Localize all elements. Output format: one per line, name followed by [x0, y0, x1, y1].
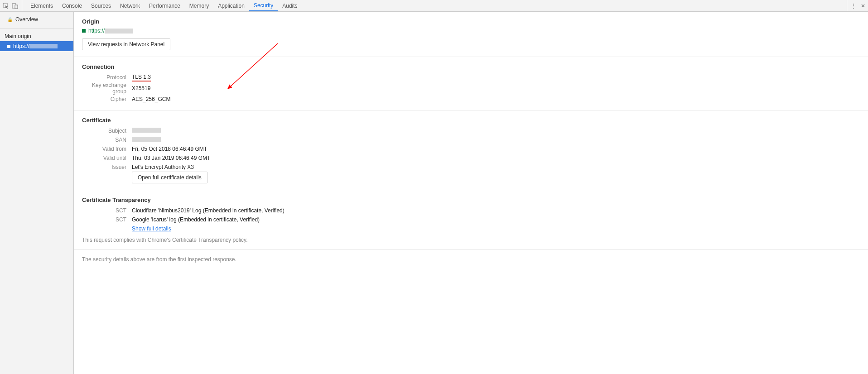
- validuntil-label: Valid until: [82, 155, 132, 161]
- content-pane: Origin https:// View requests in Network…: [74, 12, 868, 374]
- tab-security[interactable]: Security: [249, 0, 278, 11]
- footer-text: The security details above are from the …: [82, 256, 860, 263]
- connection-section: Connection ProtocolTLS 1.3 Key exchange …: [74, 57, 868, 110]
- origin-url-prefix: https://: [88, 28, 105, 34]
- devtools-tabbar: Elements Console Sources Network Perform…: [0, 0, 868, 12]
- origin-section: Origin https:// View requests in Network…: [74, 12, 868, 57]
- inspect-icon[interactable]: [3, 3, 9, 9]
- tab-console[interactable]: Console: [58, 0, 87, 11]
- redacted-origin-host: [105, 29, 133, 34]
- redacted-san: [132, 137, 161, 142]
- open-certificate-button[interactable]: Open full certificate details: [132, 172, 207, 183]
- device-toggle-icon[interactable]: [12, 3, 18, 9]
- validfrom-value: Fri, 05 Oct 2018 06:46:49 GMT: [132, 146, 207, 152]
- san-label: SAN: [82, 137, 132, 143]
- issuer-value: Let's Encrypt Authority X3: [132, 164, 194, 170]
- keyexchange-label: Key exchange group: [82, 82, 132, 95]
- tab-application[interactable]: Application: [213, 0, 249, 11]
- tab-performance[interactable]: Performance: [145, 0, 185, 11]
- footer-section: The security details above are from the …: [74, 250, 868, 269]
- more-icon[interactable]: ⋮: [851, 3, 856, 9]
- sidebar-overview-label: Overview: [15, 16, 38, 23]
- sct1-value: Cloudflare 'Nimbus2019' Log (Embedded in…: [132, 207, 285, 214]
- secure-indicator-icon: [82, 29, 86, 33]
- origin-heading: Origin: [82, 18, 860, 25]
- tab-network[interactable]: Network: [116, 0, 145, 11]
- sidebar-overview[interactable]: 🔒 Overview: [0, 14, 73, 24]
- certificate-section: Certificate Subject SAN Valid fromFri, 0…: [74, 110, 868, 190]
- sct2-label: SCT: [82, 216, 132, 223]
- cipher-value: AES_256_GCM: [132, 96, 170, 102]
- tab-sources[interactable]: Sources: [87, 0, 116, 11]
- show-full-details-link[interactable]: Show full details: [132, 225, 171, 232]
- tab-audits[interactable]: Audits: [278, 0, 302, 11]
- lock-icon: 🔒: [7, 17, 13, 22]
- sct2-value: Google 'Icarus' log (Embedded in certifi…: [132, 216, 260, 223]
- tab-elements[interactable]: Elements: [26, 0, 58, 11]
- sidebar-origin-item[interactable]: https://: [0, 41, 73, 51]
- validuntil-value: Thu, 03 Jan 2019 06:46:49 GMT: [132, 155, 210, 161]
- validfrom-label: Valid from: [82, 146, 132, 152]
- redacted-origin: [29, 44, 58, 48]
- issuer-label: Issuer: [82, 164, 132, 170]
- close-icon[interactable]: ✕: [861, 3, 865, 9]
- ct-compliance-text: This request complies with Chrome's Cert…: [82, 237, 860, 243]
- secure-indicator-icon: [7, 45, 10, 48]
- cipher-label: Cipher: [82, 96, 132, 102]
- protocol-label: Protocol: [82, 74, 132, 81]
- sidebar-main-origin-heading: Main origin: [0, 31, 73, 41]
- certificate-heading: Certificate: [82, 117, 860, 124]
- redacted-subject: [132, 128, 161, 133]
- tab-strip: Elements Console Sources Network Perform…: [26, 0, 302, 11]
- ct-section: Certificate Transparency SCTCloudflare '…: [74, 190, 868, 250]
- svg-rect-2: [15, 5, 18, 9]
- view-requests-button[interactable]: View requests in Network Panel: [82, 38, 170, 50]
- sct1-label: SCT: [82, 207, 132, 214]
- connection-heading: Connection: [82, 63, 860, 70]
- tab-memory[interactable]: Memory: [185, 0, 213, 11]
- ct-heading: Certificate Transparency: [82, 197, 860, 203]
- keyexchange-value: X25519: [132, 85, 150, 91]
- sidebar: 🔒 Overview Main origin https://: [0, 12, 74, 374]
- sidebar-origin-prefix: https://: [13, 43, 29, 49]
- protocol-value: TLS 1.3: [132, 74, 151, 82]
- subject-label: Subject: [82, 128, 132, 134]
